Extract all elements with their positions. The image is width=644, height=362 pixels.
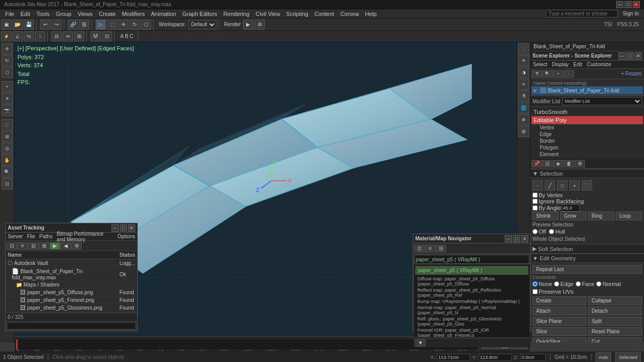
- workspace-select[interactable]: Default: [189, 20, 216, 29]
- soft-selection-header[interactable]: ▶ Soft Selection: [530, 244, 644, 254]
- mirror-btn[interactable]: ⇔: [63, 31, 73, 42]
- ring-btn[interactable]: Ring: [588, 212, 614, 220]
- new-btn[interactable]: ▣: [1, 20, 11, 30]
- preview-off[interactable]: Off: [532, 228, 546, 235]
- light-tool[interactable]: ☀: [2, 93, 13, 104]
- scene-collapse-btn[interactable]: -: [564, 70, 574, 78]
- schematic-view-btn[interactable]: ⊡: [102, 31, 112, 42]
- scene-tree-item[interactable]: ▶ Blank_Sheet_of_Paper_Tri-fold: [531, 86, 643, 94]
- unlink-btn[interactable]: ⛓: [79, 20, 89, 30]
- create-tool[interactable]: +: [2, 81, 13, 92]
- modifier-dropdown[interactable]: Modifier List: [562, 97, 642, 105]
- menu-create[interactable]: Create: [96, 11, 119, 17]
- asset-minimize-btn[interactable]: ─: [112, 224, 119, 232]
- array-btn[interactable]: ⊞: [74, 31, 84, 42]
- asset-tool-4[interactable]: ⊞: [39, 242, 49, 250]
- scene-btn[interactable]: 🌐: [518, 102, 529, 113]
- selection-section-header[interactable]: ▼ Selection: [530, 169, 644, 178]
- scene-filter-btn[interactable]: ⚗: [531, 70, 542, 78]
- scale-btn[interactable]: ⬡: [141, 20, 151, 30]
- asset-row-max[interactable]: 📄 Blank_Sheet_of_Paper_Tri-fold_max_vray…: [6, 268, 137, 281]
- ignore-backfacing-checkbox[interactable]: [532, 199, 538, 204]
- y-coord[interactable]: [479, 354, 512, 361]
- asset-tool-1[interactable]: ⊡: [7, 242, 17, 250]
- sel-vertex-btn[interactable]: ·: [532, 180, 543, 190]
- sign-in-btn[interactable]: Sign In: [620, 11, 642, 16]
- sub-polygon[interactable]: Polygon: [538, 144, 643, 151]
- constraint-face[interactable]: Face: [576, 281, 594, 287]
- viewport-tool-1[interactable]: □: [2, 119, 13, 130]
- asset-file-menu[interactable]: File: [27, 234, 35, 239]
- mat-sub-normal[interactable]: Normal map: paper_sheet_p5_Normal (paper…: [415, 304, 528, 316]
- mat-footer-btn[interactable]: ▼: [415, 339, 426, 347]
- asset-server-menu[interactable]: Server: [8, 234, 23, 239]
- menu-edit[interactable]: Edit: [17, 11, 33, 17]
- modifier-turbosm[interactable]: TurboSmooth: [531, 108, 643, 116]
- scene-edit-menu[interactable]: Edit: [572, 62, 584, 67]
- rotate-btn[interactable]: ↻: [130, 20, 140, 30]
- detach-btn[interactable]: Detach: [588, 307, 642, 315]
- mat-item-0[interactable]: paper_sheet_p5 ( VRayMtl ): [415, 266, 528, 275]
- pan-btn[interactable]: ✋: [2, 155, 13, 166]
- scene-expand-btn[interactable]: +: [553, 70, 563, 78]
- create-btn[interactable]: Create: [532, 296, 586, 305]
- menu-civil-view[interactable]: Civil View: [252, 11, 283, 17]
- move-btn[interactable]: ✛: [118, 20, 128, 30]
- search-input[interactable]: [546, 10, 618, 17]
- menu-views[interactable]: Views: [75, 11, 96, 17]
- menu-corona[interactable]: Corona: [337, 11, 362, 17]
- by-angle-checkbox[interactable]: [532, 205, 538, 211]
- preserve-uvs-check[interactable]: Preserve UVs: [532, 289, 642, 295]
- percent-snap-btn[interactable]: %: [24, 31, 34, 42]
- make-unique-btn[interactable]: ◈: [553, 160, 563, 167]
- by-angle-check[interactable]: By Angle: [532, 204, 642, 212]
- scene-display-menu[interactable]: Display: [550, 62, 571, 67]
- mat-tool-2[interactable]: ≡: [425, 245, 435, 252]
- slice-btn[interactable]: Slice: [532, 327, 586, 336]
- x-coord[interactable]: [437, 354, 470, 361]
- preview-hull-radio[interactable]: [549, 229, 554, 234]
- preview-hull[interactable]: Hull: [549, 228, 565, 235]
- scene-explorer-close[interactable]: ✕: [635, 52, 642, 60]
- auto-btn[interactable]: Auto: [596, 352, 611, 363]
- layer-btn[interactable]: ≡: [518, 79, 529, 90]
- sel-edge-btn[interactable]: ╱: [545, 180, 555, 190]
- asset-row-diffuse[interactable]: 🖼 paper_sheet_p5_Diffuse.png Found: [6, 289, 137, 296]
- constraint-face-radio[interactable]: [576, 281, 581, 287]
- scene-explorer-minimize[interactable]: ─: [618, 52, 625, 60]
- repeat-last-btn[interactable]: Repeat Last: [532, 265, 642, 274]
- menu-modifiers[interactable]: Modifiers: [119, 11, 148, 17]
- sub-element[interactable]: Element: [538, 151, 643, 158]
- asset-search-input[interactable]: [7, 322, 136, 330]
- move-tool[interactable]: ✛: [2, 43, 13, 54]
- minimize-btn[interactable]: ─: [616, 1, 623, 8]
- configure-modifier-btn[interactable]: ⚙: [575, 160, 585, 167]
- constraint-none[interactable]: None: [532, 281, 552, 287]
- constraint-normal-radio[interactable]: [596, 281, 601, 287]
- mat-sub-reflect[interactable]: Reflect map: paper_sheet_p5_Reflection (…: [415, 287, 528, 298]
- selected-btn[interactable]: Selected: [615, 352, 641, 363]
- attach-btn[interactable]: Attach: [532, 307, 586, 315]
- preview-off-radio[interactable]: [532, 229, 538, 234]
- edit-geometry-header[interactable]: ▼ Edit Geometry: [530, 254, 644, 263]
- split-btn[interactable]: Split: [588, 317, 642, 326]
- scale-tool[interactable]: ⬡: [2, 67, 13, 78]
- menu-rendering[interactable]: Rendering: [220, 11, 253, 17]
- shrink-btn[interactable]: Shrink: [532, 212, 559, 220]
- material-editor-btn[interactable]: M: [90, 31, 101, 42]
- asset-close-btn[interactable]: ✕: [128, 224, 135, 232]
- asset-row-glossiness[interactable]: 🖼 paper_sheet_p5_Glossiness.png Found: [6, 304, 137, 312]
- align-btn[interactable]: ⊟: [51, 31, 62, 42]
- mat-sub-gloss[interactable]: Refl. gloss.: paper_sheet_p5_Glossiness …: [415, 316, 528, 327]
- arc-rotate-btn[interactable]: ◎: [2, 143, 13, 154]
- asset-tool-6[interactable]: ⚙: [71, 242, 82, 250]
- open-btn[interactable]: 📂: [12, 20, 23, 30]
- scene-explorer-float[interactable]: □: [627, 52, 634, 60]
- viewport-tool-2[interactable]: ⊞: [2, 131, 13, 142]
- menu-content[interactable]: Content: [311, 11, 338, 17]
- modifier-editpoly[interactable]: Editable Poly: [531, 116, 643, 124]
- sel-element-btn[interactable]: ⬛: [582, 180, 592, 190]
- select-region-btn[interactable]: ⬚: [107, 20, 117, 30]
- preserve-uvs-checkbox[interactable]: [532, 289, 538, 294]
- by-vertex-checkbox[interactable]: [532, 193, 538, 198]
